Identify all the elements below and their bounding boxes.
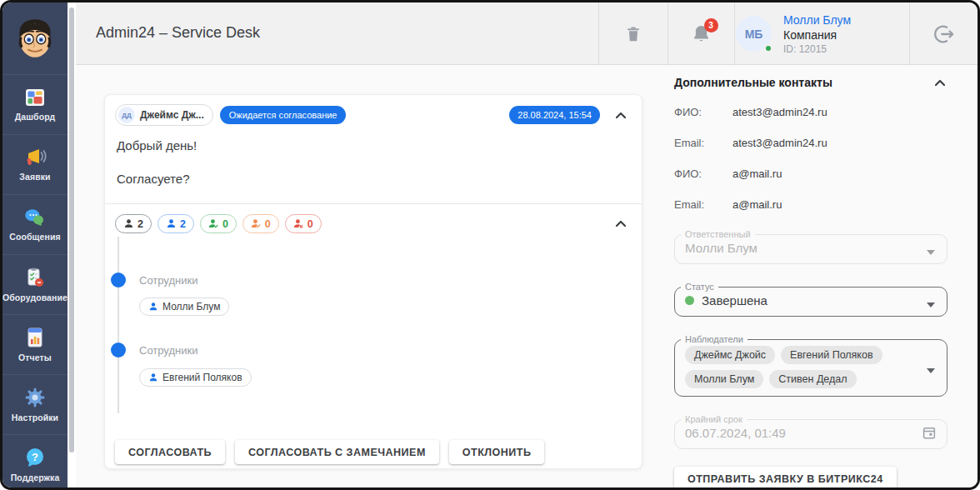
contact-label: ФИО: — [674, 106, 732, 118]
dropdown-arrow-icon — [927, 250, 935, 255]
message-text-line: Согласуете? — [117, 172, 189, 186]
author-avatar: ДД — [118, 107, 135, 123]
question-bubble-icon: ? — [24, 447, 46, 468]
person-x-icon — [293, 218, 304, 229]
deadline-value: 06.07.2024, 01:49 — [685, 426, 786, 440]
message-text-line: Добрый день! — [117, 138, 197, 152]
sidebar-item-reports[interactable]: Отчеты — [2, 314, 68, 374]
approval-actions: СОГЛАСОВАТЬ СОГЛАСОВАТЬ С ЗАМЕЧАНИЕМ ОТК… — [115, 440, 544, 464]
contact-value: a@mail.ru — [732, 168, 782, 180]
collapse-message-button[interactable] — [612, 110, 630, 121]
megaphone-icon — [23, 148, 47, 168]
sidebar-item-label: Поддержка — [11, 472, 60, 482]
contact-row: ФИО: atest3@admin24.ru — [674, 106, 949, 118]
user-company: Компания — [783, 28, 851, 42]
sidebar-item-label: Оборудование — [2, 292, 68, 302]
send-to-bitrix-button[interactable]: ОТПРАВИТЬ ЗАЯВКУ В БИТРИКС24 — [674, 467, 897, 490]
dropdown-arrow-icon — [927, 302, 935, 308]
sidebar-item-label: Заявки — [19, 172, 50, 182]
author-chip[interactable]: ДД Джеймс Дж... — [115, 104, 213, 126]
person-slash-icon — [251, 218, 262, 229]
approval-status-badge: Ожидается согласование — [220, 106, 347, 124]
contact-row: Email: atest3@admin24.ru — [674, 137, 949, 149]
avatar-face-icon — [11, 15, 59, 62]
approval-counters: 2 2 0 0 0 — [115, 214, 630, 233]
responsible-select: Ответственный Молли Блум — [674, 229, 948, 264]
card-divider — [105, 203, 642, 204]
chevron-up-icon — [934, 79, 946, 87]
watcher-chip[interactable]: Джеймс Джойс — [685, 346, 775, 364]
dropdown-arrow-icon — [927, 368, 935, 373]
contact-value: atest3@admin24.ru — [732, 137, 828, 149]
sidebar-item-dashboard[interactable]: Дашборд — [2, 74, 68, 134]
timeline-line — [118, 237, 119, 413]
online-status-dot — [764, 44, 772, 52]
user-avatar: МБ — [736, 16, 772, 52]
counter-approved[interactable]: 0 — [200, 214, 237, 233]
svg-text:?: ? — [32, 451, 38, 463]
reject-button[interactable]: ОТКЛОНИТЬ — [449, 440, 545, 464]
collapse-approvers-button[interactable] — [612, 218, 630, 229]
sidebar-item-settings[interactable]: Настройки — [2, 374, 68, 434]
timeline-group-label: Сотрудники — [139, 274, 198, 287]
sidebar-item-messages[interactable]: Сообщения — [2, 194, 68, 254]
notification-badge: 3 — [704, 18, 718, 32]
counter-approved-with-remark[interactable]: 0 — [242, 214, 279, 233]
watchers-chips: Джеймс Джойс Евгений Поляков Молли Блум … — [685, 344, 937, 388]
chat-bubbles-icon — [24, 208, 46, 228]
sidebar-item-equipment[interactable]: Оборудование — [2, 254, 68, 314]
user-id: ID: 12015 — [783, 43, 851, 55]
notifications-button[interactable]: 3 — [668, 2, 734, 65]
status-label: Статус — [681, 282, 718, 292]
message-date-badge: 28.08.2024, 15:54 — [509, 106, 600, 124]
watchers-select[interactable]: Наблюдатели Джеймс Джойс Евгений Поляков… — [674, 334, 948, 397]
status-select[interactable]: Статус Завершена — [674, 282, 948, 317]
counter-value: 0 — [308, 218, 313, 230]
dashboard-icon — [24, 88, 46, 108]
main-content: ДД Джеймс Дж... Ожидается согласование 2… — [76, 65, 978, 488]
person-icon — [123, 218, 134, 229]
ticket-card: ДД Джеймс Дж... Ожидается согласование 2… — [104, 94, 642, 469]
sidebar-user-avatar[interactable] — [2, 2, 68, 74]
watcher-chip[interactable]: Молли Блум — [685, 370, 763, 388]
sidebar: Дашборд Заявки Сообщения — [2, 2, 68, 488]
counter-value: 0 — [222, 218, 228, 230]
collapse-details-button[interactable] — [931, 78, 949, 88]
sidebar-item-tickets[interactable]: Заявки — [2, 134, 68, 194]
sidebar-item-support[interactable]: ? Поддержка — [2, 434, 68, 490]
chevron-up-icon — [615, 220, 627, 228]
clipboard-icon — [24, 267, 46, 288]
responsible-value: Молли Блум — [685, 239, 937, 256]
logout-button[interactable] — [909, 2, 978, 65]
person-check-icon — [208, 218, 219, 229]
details-title: Дополнительные контакты — [674, 76, 832, 89]
timeline-dot — [111, 272, 126, 288]
current-user[interactable]: МБ Молли Блум Компания ID: 12015 — [736, 2, 851, 65]
watcher-chip[interactable]: Евгений Поляков — [781, 346, 882, 364]
watcher-chip[interactable]: Стивен Дедал — [769, 370, 856, 388]
timeline-person-chip[interactable]: Молли Блум — [139, 298, 229, 316]
counter-pending[interactable]: 2 — [158, 214, 194, 233]
timeline-person-chip[interactable]: Евгений Поляков — [139, 368, 252, 387]
trash-button[interactable] — [598, 2, 668, 65]
app-title: Admin24 – Service Desk — [96, 24, 260, 42]
author-name: Джеймс Дж... — [140, 109, 204, 121]
sidebar-scrollbar-thumb[interactable] — [69, 8, 74, 452]
user-initials: МБ — [745, 28, 763, 41]
responsible-label: Ответственный — [681, 229, 755, 239]
sidebar-scrollbar[interactable] — [68, 2, 76, 488]
counter-all[interactable]: 2 — [115, 214, 152, 233]
timeline-dot — [111, 342, 126, 358]
message-header: ДД Джеймс Дж... Ожидается согласование 2… — [115, 104, 630, 126]
approve-with-remark-button[interactable]: СОГЛАСОВАТЬ С ЗАМЕЧАНИЕМ — [235, 440, 439, 464]
status-dot — [685, 296, 694, 305]
timeline-group-label: Сотрудники — [139, 344, 198, 357]
contact-label: Email: — [674, 137, 732, 149]
counter-rejected[interactable]: 0 — [285, 214, 322, 233]
details-panel: Дополнительные контакты ФИО: atest3@admi… — [661, 65, 969, 488]
person-icon — [166, 218, 177, 229]
calendar-icon — [922, 425, 937, 440]
approve-button[interactable]: СОГЛАСОВАТЬ — [115, 440, 225, 464]
person-icon — [148, 372, 158, 382]
deadline-field: Крайний срок 06.07.2024, 01:49 — [674, 414, 948, 449]
